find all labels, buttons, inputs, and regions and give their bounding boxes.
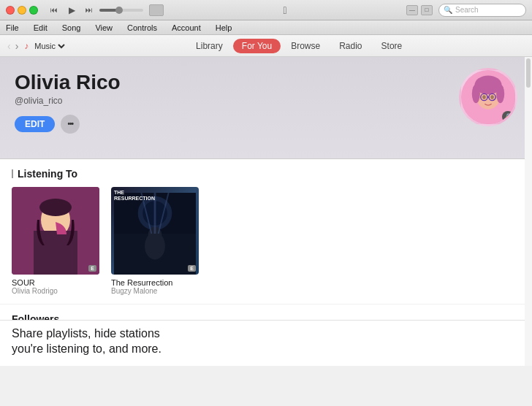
volume-slider[interactable]: [99, 9, 143, 12]
main-content[interactable]: Listening To: [0, 159, 532, 320]
resurrection-art: [114, 190, 196, 275]
profile-section: Olivia Rico @olivia_rico EDIT •••: [0, 57, 532, 159]
minimize-button[interactable]: [18, 6, 26, 15]
maximize-button[interactable]: [29, 6, 38, 15]
collapse-button[interactable]: —: [406, 5, 418, 15]
tooltip-line1: Share playlists, hide stations: [12, 326, 520, 342]
tab-radio[interactable]: Radio: [330, 39, 370, 53]
sour-artist: Olivia Rodrigo: [12, 287, 99, 295]
forward-arrow[interactable]: ›: [14, 41, 20, 51]
rewind-button[interactable]: ⏮: [47, 4, 61, 16]
listening-to-section: Listening To: [0, 159, 532, 304]
music-breadcrumb: ♪ Music: [24, 41, 67, 51]
music-selector[interactable]: Music: [31, 41, 67, 51]
forward-button[interactable]: ⏭: [82, 4, 96, 16]
sour-art: [12, 187, 99, 275]
profile-buttons: EDIT •••: [15, 115, 517, 134]
svg-point-4: [496, 84, 504, 103]
tooltip-line2: you're listening to, and more.: [12, 342, 520, 357]
play-button[interactable]: ▶: [64, 4, 79, 16]
resurrection-artist: Bugzy Malone: [111, 287, 199, 295]
search-box[interactable]: 🔍 Search: [438, 4, 526, 17]
sour-title: SOUR: [12, 278, 99, 287]
edit-button[interactable]: EDIT: [15, 116, 55, 132]
nav-arrows: ‹ ›: [6, 41, 20, 51]
scrollbar[interactable]: [525, 57, 532, 366]
profile-name: Olivia Rico: [15, 72, 517, 94]
resurrection-title: The Resurrection: [111, 278, 199, 287]
more-button[interactable]: •••: [61, 115, 80, 134]
tab-library[interactable]: Library: [187, 39, 232, 53]
tab-browse[interactable]: Browse: [282, 39, 329, 53]
listening-to-title: Listening To: [12, 168, 520, 180]
restore-button[interactable]: □: [421, 5, 433, 15]
tab-store[interactable]: Store: [373, 39, 411, 53]
profile-handle: @olivia_rico: [15, 96, 517, 106]
apple-logo: : [170, 4, 400, 16]
album-sour[interactable]: E SOUR Olivia Rodrigo: [12, 187, 99, 295]
album-art-resurrection: THERESURRECTION E: [111, 187, 199, 275]
close-button[interactable]: [6, 6, 15, 15]
resurrection-explicit-badge: E: [188, 265, 196, 272]
svg-point-12: [39, 199, 72, 216]
menu-view[interactable]: View: [92, 23, 115, 32]
menu-bar: File Edit Song View Controls Account Hel…: [0, 20, 532, 35]
sour-explicit-badge: E: [88, 265, 96, 272]
album-art-sour: E: [12, 187, 99, 275]
bottom-tooltip: Share playlists, hide stations you're li…: [0, 320, 532, 366]
svg-point-6: [490, 95, 494, 99]
albums-row: E SOUR Olivia Rodrigo: [12, 187, 520, 295]
artwork-toggle[interactable]: [149, 4, 164, 16]
window-controls-right: — □: [406, 5, 433, 15]
nav-tabs: Library For You Browse Radio Store: [187, 39, 411, 53]
svg-point-5: [482, 95, 486, 99]
followers-section: Followers: [0, 304, 532, 320]
title-bar: ⏮ ▶ ⏭  — □ 🔍 Search: [0, 0, 532, 20]
menu-file[interactable]: File: [3, 23, 22, 32]
resurrection-title-overlay: THERESURRECTION: [114, 190, 155, 201]
menu-edit[interactable]: Edit: [31, 23, 50, 32]
search-placeholder: Search: [455, 6, 479, 14]
menu-account[interactable]: Account: [169, 23, 204, 32]
menu-controls[interactable]: Controls: [124, 23, 160, 32]
album-resurrection[interactable]: THERESURRECTION E The Resurrection Bugzy…: [111, 187, 199, 295]
volume-thumb: [115, 7, 123, 14]
more-icon: •••: [68, 120, 74, 128]
profile-avatar: 🔒: [459, 68, 517, 126]
music-note-icon: ♪: [24, 41, 28, 51]
menu-help[interactable]: Help: [213, 23, 235, 32]
tab-for-you[interactable]: For You: [233, 39, 281, 53]
window-controls[interactable]: [6, 6, 38, 15]
nav-bar: ‹ › ♪ Music Library For You Browse Radio…: [0, 35, 532, 57]
scrollbar-thumb[interactable]: [526, 58, 531, 88]
back-arrow[interactable]: ‹: [6, 41, 12, 51]
followers-title: Followers: [12, 313, 520, 320]
playback-controls: ⏮ ▶ ⏭: [47, 4, 164, 16]
avatar-lock-icon: 🔒: [502, 111, 514, 123]
menu-song[interactable]: Song: [59, 23, 84, 32]
search-icon: 🔍: [444, 6, 452, 14]
svg-point-3: [472, 84, 480, 103]
